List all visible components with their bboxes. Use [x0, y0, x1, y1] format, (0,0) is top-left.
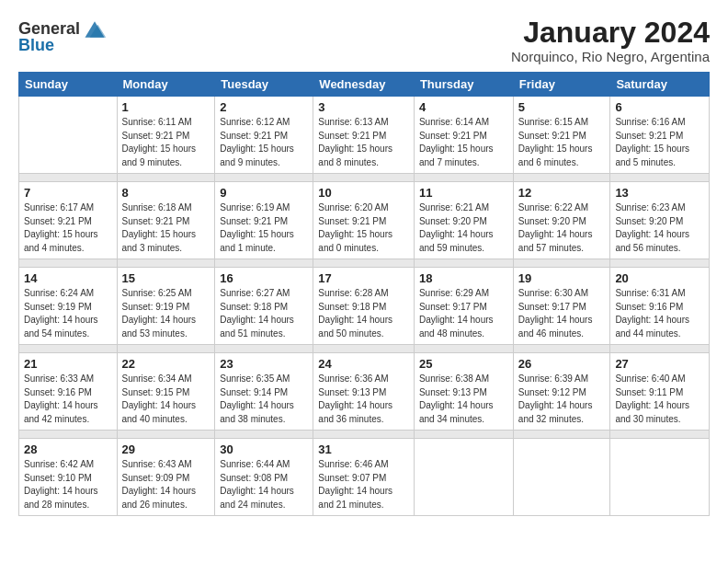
- day-number: 27: [615, 357, 704, 371]
- day-number: 4: [419, 100, 508, 114]
- day-number: 11: [419, 186, 508, 200]
- day-info: Sunrise: 6:12 AMSunset: 9:21 PMDaylight:…: [220, 116, 308, 169]
- day-number: 21: [24, 357, 112, 371]
- day-number: 2: [220, 100, 308, 114]
- calendar-cell: 12Sunrise: 6:22 AMSunset: 9:20 PMDayligh…: [513, 182, 610, 259]
- calendar-cell: 29Sunrise: 6:43 AMSunset: 9:09 PMDayligh…: [117, 439, 215, 516]
- calendar-cell: 16Sunrise: 6:27 AMSunset: 9:18 PMDayligh…: [215, 268, 313, 345]
- calendar-cell: [414, 439, 513, 516]
- day-number: 26: [518, 357, 606, 371]
- day-info: Sunrise: 6:36 AMSunset: 9:13 PMDaylight:…: [318, 373, 409, 426]
- calendar-cell: 1Sunrise: 6:11 AMSunset: 9:21 PMDaylight…: [117, 97, 215, 174]
- day-info: Sunrise: 6:18 AMSunset: 9:21 PMDaylight:…: [122, 201, 210, 255]
- day-info: Sunrise: 6:46 AMSunset: 9:07 PMDaylight:…: [318, 458, 409, 511]
- calendar-cell: 10Sunrise: 6:20 AMSunset: 9:21 PMDayligh…: [313, 182, 415, 259]
- day-info: Sunrise: 6:28 AMSunset: 9:18 PMDaylight:…: [318, 287, 409, 340]
- day-info: Sunrise: 6:24 AMSunset: 9:19 PMDaylight:…: [24, 287, 112, 340]
- day-number: 20: [615, 271, 704, 285]
- day-number: 30: [220, 442, 308, 456]
- day-number: 5: [518, 100, 606, 114]
- calendar-cell: [513, 439, 610, 516]
- calendar-cell: 26Sunrise: 6:39 AMSunset: 9:12 PMDayligh…: [513, 353, 610, 431]
- day-info: Sunrise: 6:19 AMSunset: 9:21 PMDaylight:…: [220, 201, 308, 255]
- col-tuesday: Tuesday: [215, 73, 313, 97]
- week-divider: [19, 431, 710, 439]
- day-info: Sunrise: 6:21 AMSunset: 9:20 PMDaylight:…: [419, 201, 508, 255]
- logo-icon: [82, 17, 108, 42]
- day-info: Sunrise: 6:42 AMSunset: 9:10 PMDaylight:…: [24, 458, 112, 511]
- logo: General Blue: [18, 17, 108, 55]
- calendar-cell: 11Sunrise: 6:21 AMSunset: 9:20 PMDayligh…: [414, 182, 513, 259]
- calendar: Sunday Monday Tuesday Wednesday Thursday…: [18, 72, 710, 516]
- day-number: 28: [24, 442, 112, 456]
- calendar-week-row: 21Sunrise: 6:33 AMSunset: 9:16 PMDayligh…: [19, 353, 710, 431]
- calendar-cell: 25Sunrise: 6:38 AMSunset: 9:13 PMDayligh…: [414, 353, 513, 431]
- day-number: 15: [122, 271, 210, 285]
- day-info: Sunrise: 6:22 AMSunset: 9:20 PMDaylight:…: [518, 201, 606, 255]
- day-number: 17: [318, 271, 409, 285]
- title-block: January 2024 Norquinco, Rio Negro, Argen…: [511, 17, 710, 64]
- day-number: 25: [419, 357, 508, 371]
- calendar-cell: 15Sunrise: 6:25 AMSunset: 9:19 PMDayligh…: [117, 268, 215, 345]
- week-divider: [19, 174, 710, 182]
- calendar-cell: 28Sunrise: 6:42 AMSunset: 9:10 PMDayligh…: [19, 439, 118, 516]
- day-info: Sunrise: 6:14 AMSunset: 9:21 PMDaylight:…: [419, 116, 508, 169]
- day-number: 12: [518, 186, 606, 200]
- calendar-week-row: 14Sunrise: 6:24 AMSunset: 9:19 PMDayligh…: [19, 268, 710, 345]
- day-info: Sunrise: 6:35 AMSunset: 9:14 PMDaylight:…: [220, 373, 308, 426]
- calendar-week-row: 7Sunrise: 6:17 AMSunset: 9:21 PMDaylight…: [19, 182, 710, 259]
- calendar-cell: 21Sunrise: 6:33 AMSunset: 9:16 PMDayligh…: [19, 353, 118, 431]
- day-info: Sunrise: 6:16 AMSunset: 9:21 PMDaylight:…: [615, 116, 704, 169]
- col-wednesday: Wednesday: [313, 73, 415, 97]
- col-thursday: Thursday: [414, 73, 513, 97]
- col-friday: Friday: [513, 73, 610, 97]
- day-number: 19: [518, 271, 606, 285]
- calendar-week-row: 28Sunrise: 6:42 AMSunset: 9:10 PMDayligh…: [19, 439, 710, 516]
- calendar-cell: 6Sunrise: 6:16 AMSunset: 9:21 PMDaylight…: [610, 97, 710, 174]
- calendar-cell: 2Sunrise: 6:12 AMSunset: 9:21 PMDaylight…: [215, 97, 313, 174]
- day-info: Sunrise: 6:43 AMSunset: 9:09 PMDaylight:…: [122, 458, 210, 511]
- day-info: Sunrise: 6:29 AMSunset: 9:17 PMDaylight:…: [419, 287, 508, 340]
- page-subtitle: Norquinco, Rio Negro, Argentina: [511, 49, 710, 64]
- day-info: Sunrise: 6:44 AMSunset: 9:08 PMDaylight:…: [220, 458, 308, 511]
- day-info: Sunrise: 6:15 AMSunset: 9:21 PMDaylight:…: [518, 116, 606, 169]
- day-number: 24: [318, 357, 409, 371]
- calendar-cell: 24Sunrise: 6:36 AMSunset: 9:13 PMDayligh…: [313, 353, 415, 431]
- calendar-cell: 5Sunrise: 6:15 AMSunset: 9:21 PMDaylight…: [513, 97, 610, 174]
- calendar-cell: 9Sunrise: 6:19 AMSunset: 9:21 PMDaylight…: [215, 182, 313, 259]
- col-monday: Monday: [117, 73, 215, 97]
- calendar-cell: 7Sunrise: 6:17 AMSunset: 9:21 PMDaylight…: [19, 182, 118, 259]
- day-number: 10: [318, 186, 409, 200]
- day-info: Sunrise: 6:39 AMSunset: 9:12 PMDaylight:…: [518, 373, 606, 426]
- day-number: 6: [615, 100, 704, 114]
- day-number: 3: [318, 100, 409, 114]
- calendar-cell: [610, 439, 710, 516]
- week-divider: [19, 345, 710, 353]
- day-info: Sunrise: 6:13 AMSunset: 9:21 PMDaylight:…: [318, 116, 409, 169]
- calendar-cell: 3Sunrise: 6:13 AMSunset: 9:21 PMDaylight…: [313, 97, 415, 174]
- day-number: 8: [122, 186, 210, 200]
- day-number: 7: [24, 186, 112, 200]
- col-sunday: Sunday: [19, 73, 118, 97]
- calendar-cell: [19, 97, 118, 174]
- day-number: 13: [615, 186, 704, 200]
- calendar-cell: 8Sunrise: 6:18 AMSunset: 9:21 PMDaylight…: [117, 182, 215, 259]
- calendar-cell: 13Sunrise: 6:23 AMSunset: 9:20 PMDayligh…: [610, 182, 710, 259]
- day-number: 23: [220, 357, 308, 371]
- calendar-cell: 27Sunrise: 6:40 AMSunset: 9:11 PMDayligh…: [610, 353, 710, 431]
- day-number: 18: [419, 271, 508, 285]
- logo-text-blue: Blue: [18, 37, 54, 55]
- page: General Blue January 2024 Norquinco, Rio…: [0, 0, 728, 563]
- day-info: Sunrise: 6:20 AMSunset: 9:21 PMDaylight:…: [318, 201, 409, 255]
- day-number: 14: [24, 271, 112, 285]
- day-number: 31: [318, 442, 409, 456]
- calendar-week-row: 1Sunrise: 6:11 AMSunset: 9:21 PMDaylight…: [19, 97, 710, 174]
- calendar-cell: 22Sunrise: 6:34 AMSunset: 9:15 PMDayligh…: [117, 353, 215, 431]
- day-info: Sunrise: 6:30 AMSunset: 9:17 PMDaylight:…: [518, 287, 606, 340]
- day-info: Sunrise: 6:23 AMSunset: 9:20 PMDaylight:…: [615, 201, 704, 255]
- week-divider: [19, 259, 710, 268]
- calendar-cell: 17Sunrise: 6:28 AMSunset: 9:18 PMDayligh…: [313, 268, 415, 345]
- col-saturday: Saturday: [610, 73, 710, 97]
- day-info: Sunrise: 6:31 AMSunset: 9:16 PMDaylight:…: [615, 287, 704, 340]
- calendar-cell: 30Sunrise: 6:44 AMSunset: 9:08 PMDayligh…: [215, 439, 313, 516]
